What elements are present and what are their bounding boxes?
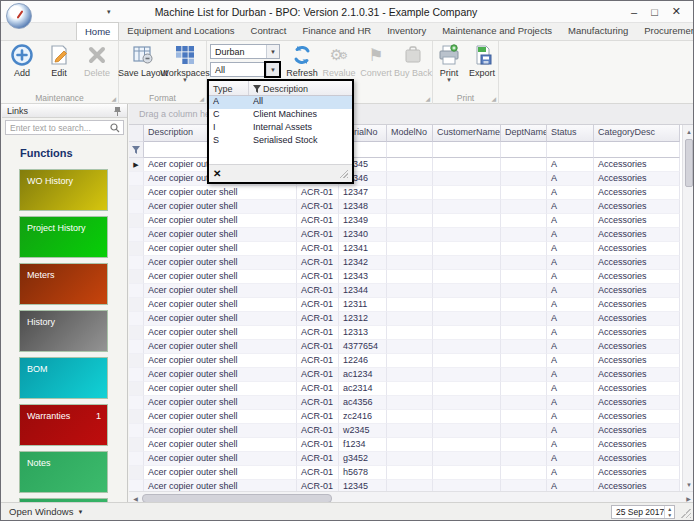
table-row[interactable]: Acer copier outer shellACR-0112246AAcces… bbox=[129, 354, 694, 368]
branch-combo-arrow-icon[interactable]: ▼ bbox=[266, 45, 279, 58]
popup-resize-grip[interactable] bbox=[339, 169, 348, 178]
column-header-categorydesc[interactable]: CategoryDesc bbox=[594, 125, 680, 142]
app-logo-icon[interactable] bbox=[6, 3, 32, 29]
filter-cell[interactable] bbox=[433, 142, 501, 158]
table-row[interactable]: Acer copier outer shellACR-0112313AAcces… bbox=[129, 326, 694, 340]
dialog-launcher-icon[interactable]: ◢ bbox=[425, 95, 430, 102]
filter-cell[interactable] bbox=[501, 142, 547, 158]
cell: ACR-01 bbox=[297, 298, 339, 312]
table-row[interactable]: Acer copier outer shellACR-01ac4356AAcce… bbox=[129, 396, 694, 410]
edit-button[interactable]: Edit bbox=[41, 43, 77, 89]
column-header-deptname[interactable]: DeptName bbox=[501, 125, 547, 142]
cell: ac2314 bbox=[339, 382, 387, 396]
filter-cell[interactable] bbox=[594, 142, 680, 158]
delete-button[interactable]: Delete bbox=[79, 43, 115, 89]
dialog-launcher-icon[interactable]: ◢ bbox=[111, 95, 116, 102]
cell bbox=[387, 382, 433, 396]
machine-type-combobox[interactable]: All ▼ bbox=[210, 62, 280, 77]
cell bbox=[433, 466, 501, 480]
save-layout-button[interactable]: Save Layout bbox=[121, 43, 165, 89]
table-row[interactable]: Acer copier outer shellACR-01w2345AAcces… bbox=[129, 424, 694, 438]
table-row[interactable]: Acer copier outer shellACR-0112344AAcces… bbox=[129, 284, 694, 298]
scroll-up-icon[interactable]: ▲ bbox=[683, 125, 694, 138]
function-tile-meters[interactable]: Meters bbox=[19, 263, 108, 305]
cell bbox=[387, 396, 433, 410]
quick-access-dropdown-icon[interactable]: ▾ bbox=[107, 8, 111, 16]
table-row[interactable]: Acer copier outer shellACR-01ac1234AAcce… bbox=[129, 368, 694, 382]
filter-funnel-icon bbox=[253, 85, 261, 93]
print-button[interactable]: Print ▼ bbox=[433, 43, 465, 89]
buy-back-button[interactable]: Buy Back bbox=[393, 43, 433, 89]
open-windows-button[interactable]: Open Windows ▼ bbox=[1, 506, 83, 517]
cell bbox=[387, 368, 433, 382]
tab-home[interactable]: Home bbox=[76, 22, 119, 40]
tab-maintenance-and-projects[interactable]: Maintenance and Projects bbox=[434, 22, 560, 40]
workspaces-button[interactable]: Workspaces ▼ bbox=[165, 43, 205, 89]
table-row[interactable]: Acer copier outer shellACR-0112340AAcces… bbox=[129, 228, 694, 242]
pin-icon[interactable] bbox=[113, 106, 122, 116]
tab-contract[interactable]: Contract bbox=[243, 22, 295, 40]
popup-option-internal-assets[interactable]: IInternal Assets bbox=[209, 122, 352, 135]
window-resize-grip[interactable] bbox=[681, 508, 691, 518]
function-tile-wo-history[interactable]: WO History bbox=[19, 169, 108, 211]
branch-combobox[interactable]: Durban ▼ bbox=[210, 44, 280, 59]
table-row[interactable]: Acer copier outer shellACR-01zc2416AAcce… bbox=[129, 410, 694, 424]
table-row[interactable]: Acer copier outer shellACR-0112348AAcces… bbox=[129, 200, 694, 214]
function-tile-project-history[interactable]: Project History bbox=[19, 216, 108, 258]
search-icon[interactable] bbox=[110, 123, 123, 133]
convert-button[interactable]: ⚑ Convert bbox=[358, 43, 394, 89]
table-row[interactable]: Acer copier outer shellACR-0112342AAcces… bbox=[129, 256, 694, 270]
dialog-launcher-icon[interactable]: ◢ bbox=[199, 95, 204, 102]
sidebar-search-input[interactable] bbox=[6, 123, 110, 133]
function-tile-notes[interactable]: Notes bbox=[19, 451, 108, 493]
table-row[interactable]: Acer copier outer shellACR-0112343AAcces… bbox=[129, 270, 694, 284]
add-button[interactable]: Add bbox=[4, 43, 40, 89]
popup-column-type[interactable]: Type bbox=[209, 81, 249, 95]
tab-inventory[interactable]: Inventory bbox=[379, 22, 434, 40]
table-row[interactable]: Acer copier outer shellACR-0112341AAcces… bbox=[129, 242, 694, 256]
dialog-launcher-icon[interactable]: ◢ bbox=[491, 95, 496, 102]
machine-type-combo-arrow-icon[interactable]: ▼ bbox=[266, 63, 279, 76]
popup-column-description[interactable]: Description bbox=[249, 81, 352, 95]
tab-finance-and-hr[interactable]: Finance and HR bbox=[294, 22, 379, 40]
date-picker[interactable]: 25 Sep 2017 ▲ ▼ bbox=[611, 505, 675, 519]
column-header-status[interactable]: Status bbox=[547, 125, 594, 142]
maximize-button[interactable]: □ bbox=[651, 6, 658, 18]
column-header-modelno[interactable]: ModelNo bbox=[387, 125, 433, 142]
popup-option-serialised-stock[interactable]: SSerialised Stock bbox=[209, 135, 352, 148]
table-row[interactable]: Acer copier outer shellACR-0112312AAcces… bbox=[129, 312, 694, 326]
table-row[interactable]: Acer copier outer shellACR-01f1234AAcces… bbox=[129, 438, 694, 452]
table-row[interactable]: Acer copier outer shellACR-0112349AAcces… bbox=[129, 214, 694, 228]
popup-option-all[interactable]: AAll bbox=[209, 96, 352, 109]
close-button[interactable]: ✕ bbox=[672, 5, 681, 18]
table-row[interactable]: Acer copier outer shellACR-0112345AAcces… bbox=[129, 480, 694, 491]
clear-filter-icon[interactable]: ✕ bbox=[213, 168, 221, 179]
tab-equipment-and-locations[interactable]: Equipment and Locations bbox=[119, 22, 242, 40]
cell bbox=[433, 270, 501, 284]
table-row[interactable]: Acer copier outer shellACR-014377654AAcc… bbox=[129, 340, 694, 354]
function-tile-warranties[interactable]: Warranties1 bbox=[19, 404, 108, 446]
table-row[interactable]: Acer copier outer shellACR-01ac2314AAcce… bbox=[129, 382, 694, 396]
column-header-customername[interactable]: CustomerName bbox=[433, 125, 501, 142]
table-row[interactable]: Acer copier outer shellACR-0112347AAcces… bbox=[129, 186, 694, 200]
filter-cell[interactable] bbox=[547, 142, 594, 158]
minimize-button[interactable]: – bbox=[631, 6, 637, 18]
popup-option-client-machines[interactable]: CClient Machines bbox=[209, 109, 352, 122]
vertical-scrollbar[interactable]: ▲ ▼ bbox=[682, 125, 694, 491]
cell bbox=[387, 228, 433, 242]
function-tile-bom[interactable]: BOM bbox=[19, 357, 108, 399]
table-row[interactable]: Acer copier outer shellACR-0112311AAcces… bbox=[129, 298, 694, 312]
table-row[interactable]: Acer copier outer shellACR-01h5678AAcces… bbox=[129, 466, 694, 480]
filter-cell[interactable] bbox=[387, 142, 433, 158]
cell: Accessories bbox=[594, 158, 680, 172]
vertical-scroll-thumb[interactable] bbox=[685, 139, 693, 187]
table-row[interactable]: Acer copier outer shellACR-01g3452AAcces… bbox=[129, 452, 694, 466]
cell: Acer copier outer shell bbox=[144, 340, 297, 354]
cell: A bbox=[547, 214, 594, 228]
function-tile-history[interactable]: History bbox=[19, 310, 108, 352]
date-spin-down-icon[interactable]: ▼ bbox=[667, 512, 672, 518]
tab-procurement[interactable]: Procurement bbox=[636, 22, 694, 40]
export-button[interactable]: Export bbox=[465, 43, 499, 89]
tab-manufacturing[interactable]: Manufacturing bbox=[560, 22, 636, 40]
scroll-down-icon[interactable]: ▼ bbox=[683, 478, 694, 491]
